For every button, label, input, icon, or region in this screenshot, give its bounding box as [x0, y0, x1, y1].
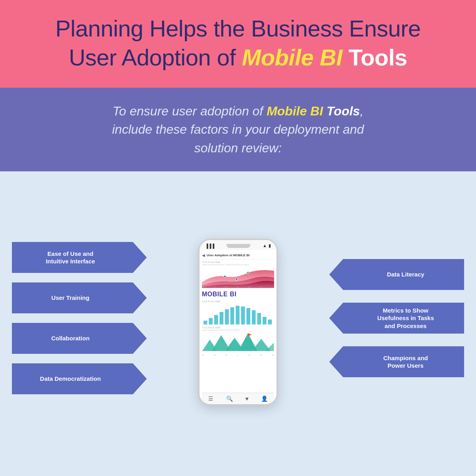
collaboration-label: Collaboration	[51, 334, 90, 342]
chart3-mountains	[202, 332, 274, 352]
chevron-metrics: Metrics to ShowUsefulness in Tasksand Pr…	[329, 303, 464, 334]
header-section: Planning Helps the Business Ensure User …	[0, 0, 476, 88]
svg-point-0	[224, 275, 226, 278]
svg-point-2	[247, 272, 249, 274]
svg-text:Mar: Mar	[225, 286, 228, 288]
chart2-bars	[202, 303, 274, 325]
svg-rect-15	[236, 306, 240, 324]
svg-marker-30	[248, 333, 252, 336]
svg-rect-10	[209, 318, 213, 324]
phone-bottom-nav: ☰ 🔍 ♥ 👤	[202, 393, 274, 404]
wifi-icon: ▲	[263, 243, 267, 248]
phone-screen-title: User Adoption of MOBILE BI	[207, 253, 250, 257]
champions-label: Champions andPower Users	[383, 354, 428, 370]
ease-of-use-label: Ease of Use andIntuitive Interface	[46, 250, 95, 265]
mobile-bi-label: MOBILE BI	[202, 290, 274, 299]
chart1-area: Jan Feb Mar Apr May Jun	[202, 267, 274, 288]
chevron-data-democratization: Data Democratization	[12, 363, 147, 394]
svg-text:Jun: Jun	[259, 286, 262, 288]
svg-point-1	[235, 278, 238, 280]
chart2-label: TITLE PLACE HERE	[202, 300, 274, 303]
chart-block-1: TITLE PLACE HERE subtitle description te…	[202, 261, 274, 288]
heart-icon: ♥	[245, 395, 248, 402]
data-democratization-label: Data Democratization	[40, 375, 101, 383]
phone-screen-header: ◀ User Adoption of MOBILE BI	[202, 252, 274, 259]
signal-icon: ▐▐▐	[205, 244, 214, 248]
svg-text:Jan: Jan	[202, 286, 204, 288]
svg-rect-16	[241, 307, 245, 325]
subtitle-section: To ensure user adoption of Mobile BI Too…	[0, 88, 476, 171]
phone-mockup: ▐▐▐ ▲ ▮ ◀ User Adoption of MOBILE BI TIT…	[198, 239, 278, 405]
battery-icon: ▮	[269, 243, 271, 248]
chart3-label: TITLE PLACE HERE	[202, 326, 274, 329]
svg-rect-13	[225, 309, 229, 325]
right-arrows: Data Literacy Metrics to ShowUsefulness …	[313, 259, 464, 377]
menu-icon: ☰	[208, 395, 213, 402]
subtitle-text: To ensure user adoption of Mobile BI Too…	[32, 102, 444, 157]
chart-block-3: TITLE PLACE HERE subtitle description te…	[202, 326, 274, 352]
left-arrows: Ease of Use andIntuitive Interface User …	[12, 242, 163, 394]
user-training-label: User Training	[52, 294, 90, 302]
phone-status-icons: ▲ ▮	[263, 243, 271, 248]
main-title: Planning Helps the Business Ensure User …	[24, 14, 452, 72]
chart1-label: TITLE PLACE HERE	[202, 261, 274, 263]
svg-rect-11	[214, 315, 218, 324]
svg-rect-20	[263, 317, 267, 324]
phone-chart-area: TITLE PLACE HERE subtitle description te…	[202, 259, 274, 393]
svg-rect-14	[230, 307, 234, 325]
svg-rect-17	[246, 308, 250, 325]
chart1-sublabel: subtitle description text here. Subtitle…	[202, 264, 274, 266]
svg-rect-9	[203, 321, 207, 325]
chart-block-2: TITLE PLACE HERE	[202, 300, 274, 325]
chevron-champions: Champions andPower Users	[329, 346, 464, 377]
phone-numbers-row: 24.3842.6.79.38.93.	[202, 353, 274, 357]
back-arrow-icon: ◀	[202, 253, 205, 257]
svg-text:Feb: Feb	[213, 286, 216, 288]
chevron-collaboration: Collaboration	[12, 323, 147, 354]
chevron-user-training: User Training	[12, 282, 147, 313]
user-icon: 👤	[261, 395, 268, 402]
phone-top-bar: ▐▐▐ ▲ ▮	[200, 240, 276, 250]
svg-rect-12	[220, 312, 224, 324]
chevron-ease-of-use: Ease of Use andIntuitive Interface	[12, 242, 147, 273]
svg-rect-18	[252, 310, 256, 324]
chevron-data-literacy: Data Literacy	[329, 259, 464, 290]
phone-screen: ◀ User Adoption of MOBILE BI TITLE PLACE…	[200, 250, 276, 404]
main-content: Ease of Use andIntuitive Interface User …	[0, 171, 476, 465]
svg-rect-21	[268, 320, 272, 325]
phone-body: ▐▐▐ ▲ ▮ ◀ User Adoption of MOBILE BI TIT…	[198, 239, 278, 405]
chart3-sublabel: subtitle description text here subtitle …	[202, 329, 274, 331]
svg-text:May: May	[248, 286, 251, 288]
metrics-label: Metrics to ShowUsefulness in Tasksand Pr…	[377, 307, 434, 330]
svg-rect-19	[257, 313, 261, 324]
search-icon: 🔍	[226, 395, 233, 402]
phone-notch	[226, 244, 250, 248]
data-literacy-label: Data Literacy	[387, 271, 424, 278]
svg-text:Apr: Apr	[236, 286, 239, 288]
